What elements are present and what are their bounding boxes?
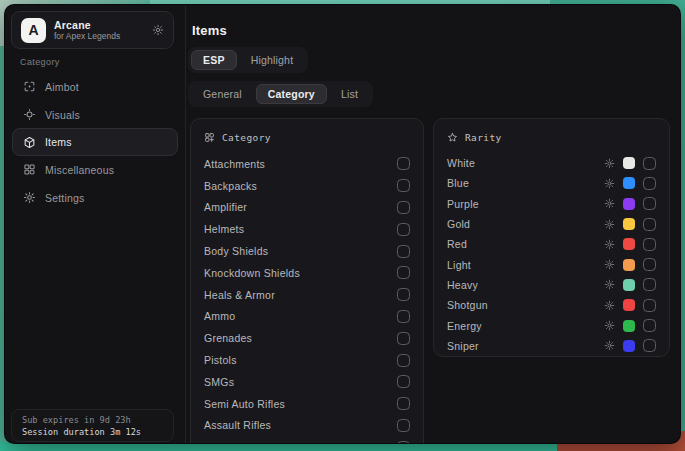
rarity-checkbox[interactable] [643,299,656,312]
rarity-label: Energy [447,320,482,332]
sidebar-item-label: Miscellaneous [45,164,114,176]
rarity-label: Blue [447,177,469,189]
sidebar-nav: Aimbot Visuals Items Miscellaneous Setti… [12,73,178,211]
rarity-label: Light [447,259,471,271]
category-checkbox[interactable] [397,157,410,170]
gear-icon[interactable] [604,219,615,230]
mode-tab-group: ESPHighlight [188,47,308,73]
tab-general[interactable]: General [191,84,254,104]
color-swatch[interactable] [623,259,635,271]
tab-esp[interactable]: ESP [191,50,237,70]
rarity-checkbox[interactable] [643,218,656,231]
category-checkbox[interactable] [397,354,410,367]
rarity-controls [604,319,656,332]
category-checkbox[interactable] [397,310,410,323]
color-swatch[interactable] [623,320,635,332]
category-label: Knockdown Shields [204,267,300,279]
category-checkbox[interactable] [397,179,410,192]
rarity-controls [604,258,656,271]
gear-icon[interactable] [604,158,615,169]
rarity-panel-title: Rarity [465,132,502,143]
sidebar-section-label: Category [20,57,60,67]
category-checkbox[interactable] [397,288,410,301]
session-duration-text: Session duration 3m 12s [22,427,163,437]
tab-highlight[interactable]: Highlight [239,50,306,70]
rarity-row: Sniper [447,336,656,356]
gear-icon[interactable] [604,279,615,290]
rarity-checkbox[interactable] [643,157,656,170]
gear-icon[interactable] [604,340,615,351]
category-label: Attachments [204,158,265,170]
color-swatch[interactable] [623,177,635,189]
sidebar-item-label: Settings [45,192,85,204]
color-swatch[interactable] [623,299,635,311]
rarity-checkbox[interactable] [643,258,656,271]
rarity-checkbox[interactable] [643,177,656,190]
sidebar-item-items[interactable]: Items [12,128,178,156]
gear-icon[interactable] [604,320,615,331]
rarity-controls [604,218,656,231]
category-panel-title: Category [222,132,271,143]
category-checkbox[interactable] [397,201,410,214]
category-checkbox[interactable] [397,223,410,236]
tab-list[interactable]: List [329,84,370,104]
page-title: Items [192,23,227,38]
category-checkbox[interactable] [397,375,410,388]
rarity-row: Purple [447,194,656,214]
layout-grid-icon [23,163,36,176]
color-swatch[interactable] [623,279,635,291]
category-checkbox[interactable] [397,419,410,432]
category-label: Heals & Armor [204,289,275,301]
category-checkbox[interactable] [397,266,410,279]
sidebar-item-miscellaneous[interactable]: Miscellaneous [12,156,178,184]
rarity-checkbox[interactable] [643,238,656,251]
app-name: Arcane [54,19,144,31]
category-checkbox[interactable] [397,332,410,345]
category-row: SMGs [204,371,410,393]
gear-icon[interactable] [604,178,615,189]
category-label: Ammo [204,310,235,322]
rarity-row: Gold [447,214,656,234]
tab-category[interactable]: Category [256,84,327,104]
rarity-controls [604,278,656,291]
category-label: Amplifier [204,201,247,213]
gear-icon[interactable] [604,239,615,250]
category-label: Pistols [204,354,237,366]
app-header-card: A Arcane for Apex Legends [11,11,174,49]
rarity-label: Heavy [447,279,478,291]
cube-icon [23,136,36,149]
sidebar-item-visuals[interactable]: Visuals [12,101,178,129]
sidebar-item-aimbot[interactable]: Aimbot [12,73,178,101]
gear-icon[interactable] [604,300,615,311]
rarity-controls [604,157,656,170]
gear-icon[interactable] [152,24,164,36]
category-checkbox[interactable] [397,441,410,444]
rarity-row: White [447,153,656,173]
grid-icon [204,132,215,143]
rarity-label: Shotgun [447,299,488,311]
app-header-text: Arcane for Apex Legends [54,19,144,42]
category-row: Helmets [204,218,410,240]
gear-icon [23,191,36,204]
app-logo: A [21,18,46,43]
rarity-checkbox[interactable] [643,319,656,332]
rarity-checkbox[interactable] [643,339,656,352]
color-swatch[interactable] [623,157,635,169]
color-swatch[interactable] [623,198,635,210]
view-tab-group: GeneralCategoryList [188,81,373,107]
color-swatch[interactable] [623,340,635,352]
color-swatch[interactable] [623,218,635,230]
color-swatch[interactable] [623,238,635,250]
category-checkbox[interactable] [397,397,410,410]
category-checkbox[interactable] [397,245,410,258]
category-row: Amplifier [204,197,410,219]
category-panel: Category Attachments Backpacks Amplifier… [190,118,424,444]
app-subtitle: for Apex Legends [54,32,144,42]
category-label: Semi Auto Rifles [204,398,285,410]
gear-icon[interactable] [604,198,615,209]
sidebar-item-settings[interactable]: Settings [12,184,178,212]
category-row: LMGs [204,436,410,444]
gear-icon[interactable] [604,259,615,270]
rarity-checkbox[interactable] [643,278,656,291]
rarity-checkbox[interactable] [643,197,656,210]
